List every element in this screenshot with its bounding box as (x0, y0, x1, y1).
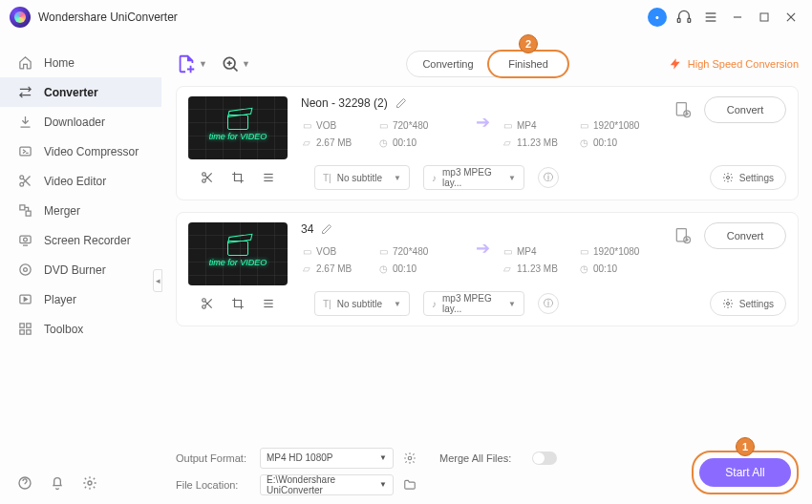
help-icon[interactable] (17, 475, 32, 491)
tab-finished[interactable]: 2 Finished (487, 50, 569, 78)
sidebar-item-editor[interactable]: Video Editor (0, 166, 161, 196)
sidebar-item-converter[interactable]: Converter (0, 77, 161, 107)
add-file-icon (176, 53, 197, 74)
svg-rect-42 (676, 229, 686, 242)
merge-toggle[interactable] (532, 452, 557, 465)
arrow-right-icon: ➔ (476, 112, 490, 133)
bell-icon[interactable] (50, 475, 65, 491)
svg-rect-24 (19, 330, 23, 334)
info-icon[interactable]: ⓘ (538, 167, 559, 188)
crop-icon[interactable] (231, 297, 245, 310)
output-format-select[interactable]: MP4 HD 1080P▼ (260, 448, 394, 469)
sidebar-label: Player (44, 293, 76, 306)
subtitle-dropdown[interactable]: T|No subtitle▼ (314, 291, 410, 316)
tab-switch: Converting 2 Finished (406, 51, 568, 77)
menu-icon[interactable] (699, 6, 722, 29)
sidebar-label: DVD Burner (44, 263, 106, 277)
conversion-item: time for VIDEO Neon - 32298 (2) ▭VOB ▭72… (176, 86, 799, 200)
sidebar-item-toolbox[interactable]: Toolbox (0, 314, 161, 344)
bolt-icon (669, 57, 682, 71)
merge-label: Merge All Files: (439, 452, 511, 464)
svg-rect-0 (677, 18, 680, 22)
add-url-button[interactable]: ▼ (221, 54, 250, 74)
svg-point-11 (19, 182, 23, 186)
video-thumbnail[interactable]: time for VIDEO (188, 222, 288, 285)
callout-1: 1 (736, 437, 755, 456)
item-title: 34 (301, 222, 313, 236)
file-location-select[interactable]: E:\Wondershare UniConverter▼ (260, 474, 394, 495)
duration-icon: ◷ (377, 136, 389, 148)
app-title: Wondershare UniConverter (38, 10, 178, 24)
sidebar-item-home[interactable]: Home (0, 48, 161, 77)
sidebar-item-player[interactable]: Player (0, 284, 161, 314)
maximize-button[interactable] (753, 6, 776, 29)
headset-icon[interactable] (673, 6, 695, 29)
sidebar-label: Downloader (44, 116, 105, 129)
svg-point-19 (19, 264, 30, 275)
sidebar-item-downloader[interactable]: Downloader (0, 107, 161, 136)
trim-icon[interactable] (201, 297, 214, 310)
sidebar: Home Converter Downloader Video Compress… (0, 34, 162, 504)
svg-point-52 (408, 456, 412, 460)
video-thumbnail[interactable]: time for VIDEO (188, 96, 288, 159)
chevron-down-icon: ▼ (199, 59, 207, 69)
svg-point-41 (726, 177, 729, 179)
sidebar-label: Merger (44, 204, 80, 218)
svg-rect-23 (26, 324, 30, 327)
tab-converting[interactable]: Converting (407, 52, 489, 76)
add-file-button[interactable]: ▼ (176, 53, 207, 74)
resolution-icon: ▭ (377, 119, 389, 131)
minimize-button[interactable] (726, 6, 749, 29)
high-speed-link[interactable]: High Speed Conversion (669, 57, 799, 71)
svg-rect-14 (19, 205, 24, 210)
add-url-icon (221, 54, 240, 74)
svg-point-20 (23, 268, 27, 272)
subtitle-dropdown[interactable]: T|No subtitle▼ (314, 165, 410, 190)
compress-icon (17, 144, 32, 159)
more-icon[interactable] (262, 171, 275, 184)
more-icon[interactable] (262, 297, 275, 310)
disc-icon (17, 262, 32, 278)
sidebar-item-merger[interactable]: Merger (0, 196, 161, 225)
sidebar-label: Toolbox (44, 323, 83, 336)
file-list: time for VIDEO Neon - 32298 (2) ▭VOB ▭72… (176, 86, 799, 443)
svg-rect-1 (688, 18, 691, 22)
arrow-right-icon: ➔ (476, 238, 490, 259)
svg-rect-25 (26, 330, 30, 334)
play-icon (17, 292, 32, 307)
output-settings-icon[interactable] (673, 226, 693, 245)
item-settings-button[interactable]: Settings (710, 165, 786, 190)
sidebar-item-dvd[interactable]: DVD Burner (0, 255, 161, 284)
item-settings-button[interactable]: Settings (710, 291, 786, 316)
collapse-handle[interactable]: ◂ (153, 269, 162, 292)
grid-icon (17, 322, 32, 337)
svg-rect-22 (19, 324, 23, 327)
sidebar-item-compressor[interactable]: Video Compressor (0, 136, 161, 166)
svg-point-17 (23, 238, 27, 242)
convert-button[interactable]: Convert (704, 222, 786, 249)
output-settings-icon[interactable] (673, 100, 693, 119)
conversion-item: time for VIDEO 34 ▭VOB ▭720*480 ▱2.67 MB… (176, 212, 799, 326)
open-folder-icon[interactable] (403, 478, 417, 492)
close-button[interactable] (780, 6, 802, 29)
home-icon (17, 55, 32, 71)
sidebar-item-recorder[interactable]: Screen Recorder (0, 225, 161, 255)
audio-dropdown[interactable]: ♪mp3 MPEG lay...▼ (423, 291, 524, 316)
audio-dropdown[interactable]: ♪mp3 MPEG lay...▼ (423, 165, 524, 190)
start-all-button[interactable]: Start All (699, 458, 791, 487)
crop-icon[interactable] (231, 171, 245, 184)
info-icon[interactable]: ⓘ (538, 293, 559, 314)
user-avatar[interactable]: • (646, 6, 669, 29)
settings-icon[interactable] (82, 475, 97, 491)
titlebar: Wondershare UniConverter • (0, 0, 812, 34)
svg-rect-32 (676, 103, 686, 116)
edit-icon[interactable] (321, 223, 332, 235)
output-settings-icon[interactable] (403, 452, 417, 465)
start-highlight: 1 Start All (692, 451, 799, 494)
trim-icon[interactable] (201, 171, 214, 184)
chevron-down-icon: ▼ (242, 59, 250, 69)
edit-icon[interactable] (395, 97, 407, 109)
svg-rect-16 (19, 236, 30, 243)
convert-button[interactable]: Convert (704, 96, 786, 123)
sidebar-label: Home (44, 56, 75, 70)
